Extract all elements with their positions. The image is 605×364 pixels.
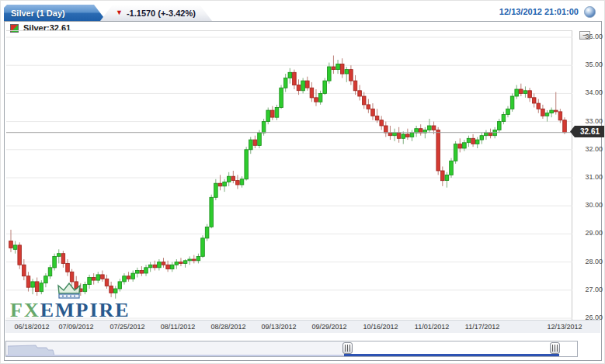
navigator-left-handle[interactable] — [342, 342, 353, 354]
date-axis-tick: 08/28/2012 — [210, 323, 245, 331]
price-axis-tick: 27.00 — [575, 286, 603, 293]
date-axis-tick: 09/13/2012 — [261, 323, 296, 331]
date-axis-tick: 08/11/2012 — [161, 323, 195, 331]
date-axis-tick: 06/18/2012 — [14, 323, 49, 331]
crown-watermark-icon — [56, 283, 82, 300]
tab-instrument-label: Silver (1 Day) — [11, 9, 65, 18]
navigator-area-chart — [8, 343, 59, 355]
chart-panel: Silver:32.61 – FXEMPIRE 36.0035.0034.003… — [4, 21, 602, 361]
candlestick-canvas — [6, 31, 572, 320]
price-axis-tick: 34.00 — [575, 88, 603, 96]
last-price-badge: 32.61 — [570, 126, 605, 137]
date-axis-tick: 07/09/2012 — [58, 323, 93, 331]
triangle-down-icon: ▼ — [116, 9, 123, 16]
date-axis-tick: 11/17/2012 — [465, 323, 499, 331]
date-axis-tick: 09/29/2012 — [311, 323, 346, 331]
tab-instrument[interactable]: Silver (1 Day) — [4, 5, 106, 21]
price-axis-tick: 30.00 — [575, 201, 603, 209]
date-axis-tick: 11/01/2012 — [415, 323, 449, 331]
navigator-track[interactable] — [6, 355, 344, 356]
date-axis-tick: 10/16/2012 — [363, 323, 398, 331]
grip-icon — [552, 345, 558, 352]
date-axis: 06/18/201207/09/201207/25/201208/11/2012… — [5, 320, 600, 333]
price-axis-tick: 31.00 — [575, 173, 603, 181]
price-axis-tick: 28.00 — [575, 258, 603, 265]
last-update-timestamp: 12/13/2012 21:01:00 — [499, 7, 579, 16]
price-change-label: -1.1570 (+-3.42%) — [127, 9, 196, 18]
date-axis-tick: 12/13/2012 — [547, 323, 582, 331]
navigator-right-handle[interactable] — [550, 342, 560, 354]
range-navigator[interactable] — [5, 341, 578, 357]
grip-icon — [345, 345, 350, 352]
price-axis: 36.0035.0034.0033.0032.0031.0030.0029.00… — [575, 30, 603, 320]
price-axis-tick: 29.00 — [575, 229, 603, 237]
candlestick-plot[interactable]: FXEMPIRE — [6, 30, 572, 320]
price-axis-tick: 32.00 — [575, 145, 603, 153]
trading-app-window: { "tabs": { "main_label": "Silver (1 Day… — [0, 0, 605, 364]
status-sphere-icon[interactable] — [584, 6, 596, 18]
tab-price-change[interactable]: ▼ -1.1570 (+-3.42%) — [100, 5, 212, 21]
price-axis-tick: 33.00 — [575, 117, 603, 125]
price-axis-tick: 35.00 — [575, 61, 603, 68]
navigator-selected-range[interactable] — [344, 354, 559, 356]
date-axis-tick: 07/25/2012 — [110, 323, 144, 331]
price-axis-tick: 36.00 — [575, 33, 603, 40]
